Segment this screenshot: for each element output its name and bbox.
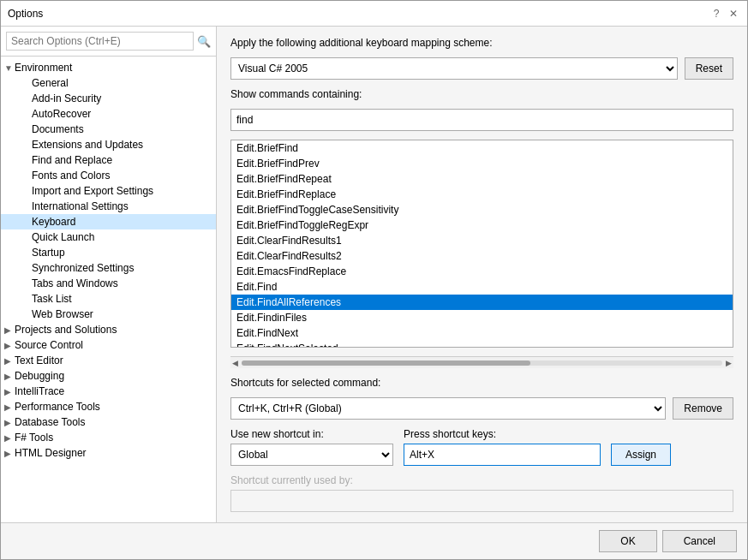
sidebar-item-webbrowser[interactable]: Web Browser (1, 307, 216, 322)
sidebar-item-label: Text Editor (15, 354, 63, 366)
bottom-bar: OK Cancel (1, 522, 747, 559)
command-item[interactable]: Edit.BriefFindRepeat (231, 171, 733, 187)
sidebar-item-label: IntelliTrace (15, 385, 64, 397)
assign-button[interactable]: Assign (611, 444, 671, 466)
sidebar-item-texteditor[interactable]: ▶Text Editor (1, 353, 216, 368)
command-item[interactable]: Edit.FindNext (231, 325, 733, 341)
title-bar: Options ? ✕ (1, 1, 747, 27)
command-item[interactable]: Edit.BriefFindReplace (231, 187, 733, 202)
sidebar-item-keyboard[interactable]: Keyboard (1, 214, 216, 229)
expand-icon: ▶ (4, 402, 13, 412)
command-item[interactable]: Edit.FindNextSelected (231, 341, 733, 348)
sidebar-item-findreplace[interactable]: Find and Replace (1, 152, 216, 168)
sidebar-item-projects[interactable]: ▶Projects and Solutions (1, 322, 216, 337)
ok-button[interactable]: OK (599, 530, 656, 552)
sidebar-item-environment[interactable]: ▼Environment (1, 60, 216, 75)
command-item[interactable]: Edit.BriefFindToggleRegExpr (231, 217, 733, 233)
sidebar-item-general[interactable]: General (1, 75, 216, 91)
scroll-right-icon[interactable]: ▶ (726, 359, 732, 367)
sidebar-item-intellitrace[interactable]: ▶IntelliTrace (1, 384, 216, 399)
sidebar-item-label: Find and Replace (32, 154, 112, 166)
scroll-left-icon[interactable]: ◀ (232, 359, 238, 367)
used-by-box (230, 490, 733, 512)
command-item[interactable]: Edit.ClearFindResults2 (231, 248, 733, 264)
sidebar-item-label: Extensions and Updates (32, 139, 143, 151)
use-new-row: Use new shortcut in: Global Press shortc… (230, 428, 733, 466)
search-bar: 🔍 (1, 27, 216, 57)
sidebar-item-label: F# Tools (15, 432, 53, 444)
commands-list[interactable]: Edit.BriefFindEdit.BriefFindPrevEdit.Bri… (230, 140, 733, 348)
search-icon: 🔍 (197, 35, 211, 48)
sidebar-item-importexport[interactable]: Import and Export Settings (1, 183, 216, 199)
sidebar-item-label: Fonts and Colors (32, 170, 110, 182)
sidebar-item-tasklist[interactable]: Task List (1, 291, 216, 307)
sidebar-item-label: Synchronized Settings (32, 262, 134, 274)
expand-icon: ▶ (4, 356, 13, 366)
sidebar-item-label: Database Tools (15, 416, 86, 428)
commands-filter-input[interactable] (230, 109, 733, 131)
sidebar-item-htmldesigner[interactable]: ▶HTML Designer (1, 445, 216, 461)
command-item[interactable]: Edit.BriefFind (231, 140, 733, 156)
sidebar-item-label: AutoRecover (32, 108, 91, 120)
left-panel: 🔍 ▼EnvironmentGeneralAdd-in SecurityAuto… (1, 27, 217, 522)
sidebar-item-sourcecontrol[interactable]: ▶Source Control (1, 337, 216, 353)
collapse-icon: ▼ (4, 63, 13, 73)
sidebar-item-label: Debugging (15, 370, 64, 382)
command-item[interactable]: Edit.FindAllReferences (231, 295, 733, 310)
shortcuts-select[interactable]: Ctrl+K, Ctrl+R (Global) (230, 397, 666, 420)
command-item[interactable]: Edit.BriefFindToggleCaseSensitivity (231, 202, 733, 217)
remove-button[interactable]: Remove (673, 397, 733, 420)
sidebar-item-label: Startup (32, 247, 65, 259)
use-new-label: Use new shortcut in: (230, 428, 393, 440)
sidebar-item-autorecover[interactable]: AutoRecover (1, 106, 216, 122)
main-content: 🔍 ▼EnvironmentGeneralAdd-in SecurityAuto… (1, 27, 747, 522)
used-by-section: Shortcut currently used by: (230, 474, 733, 512)
close-button[interactable]: ✕ (727, 7, 740, 21)
sidebar-item-label: Documents (32, 123, 84, 135)
scheme-select[interactable]: Visual C# 2005 (230, 57, 678, 80)
sidebar-item-international[interactable]: International Settings (1, 199, 216, 214)
scheme-row: Visual C# 2005 Reset (230, 57, 733, 80)
press-keys-input[interactable] (404, 444, 601, 466)
sidebar-item-documents[interactable]: Documents (1, 122, 216, 137)
help-button[interactable]: ? (709, 7, 723, 21)
sidebar-item-perftools[interactable]: ▶Performance Tools (1, 399, 216, 414)
command-item[interactable]: Edit.ClearFindResults1 (231, 233, 733, 248)
expand-icon: ▶ (4, 325, 13, 335)
expand-icon: ▶ (4, 449, 13, 458)
sidebar-item-label: International Settings (32, 200, 129, 212)
command-item[interactable]: Edit.Find (231, 279, 733, 295)
sidebar-item-label: Environment (15, 62, 72, 74)
command-item[interactable]: Edit.BriefFindPrev (231, 156, 733, 171)
command-item[interactable]: Edit.EmacsFindReplace (231, 264, 733, 279)
sidebar-item-extensions[interactable]: Extensions and Updates (1, 137, 216, 152)
use-new-col: Use new shortcut in: Global (230, 428, 393, 466)
used-by-label: Shortcut currently used by: (230, 474, 733, 486)
sidebar-item-quicklaunch[interactable]: Quick Launch (1, 229, 216, 245)
scheme-label: Apply the following additional keyboard … (230, 37, 733, 49)
horizontal-scrollbar[interactable]: ◀ ▶ (230, 356, 733, 368)
cancel-button[interactable]: Cancel (662, 530, 737, 552)
sidebar-item-debugging[interactable]: ▶Debugging (1, 368, 216, 384)
sidebar-item-startup[interactable]: Startup (1, 245, 216, 260)
reset-button[interactable]: Reset (685, 57, 733, 80)
sidebar-item-label: Keyboard (32, 216, 75, 228)
expand-icon: ▶ (4, 418, 13, 427)
expand-icon: ▶ (4, 433, 13, 443)
sidebar-item-label: Quick Launch (32, 231, 94, 243)
sidebar-item-dbtools[interactable]: ▶Database Tools (1, 414, 216, 430)
command-item[interactable]: Edit.FindinFiles (231, 310, 733, 325)
expand-icon: ▶ (4, 387, 13, 396)
sidebar-item-label: Tabs and Windows (32, 277, 118, 289)
options-dialog: Options ? ✕ 🔍 ▼EnvironmentGeneralAdd-in … (0, 0, 748, 560)
sidebar-item-fsharp[interactable]: ▶F# Tools (1, 430, 216, 445)
sidebar-item-label: Web Browser (32, 308, 93, 320)
sidebar-item-syncsettings[interactable]: Synchronized Settings (1, 260, 216, 276)
sidebar-item-label: General (32, 77, 69, 89)
search-input[interactable] (6, 32, 194, 51)
sidebar-item-addin[interactable]: Add-in Security (1, 91, 216, 106)
shortcuts-row: Ctrl+K, Ctrl+R (Global) Remove (230, 397, 733, 420)
sidebar-item-tabswindows[interactable]: Tabs and Windows (1, 276, 216, 291)
sidebar-item-fonts[interactable]: Fonts and Colors (1, 168, 216, 183)
use-new-select[interactable]: Global (230, 444, 393, 466)
